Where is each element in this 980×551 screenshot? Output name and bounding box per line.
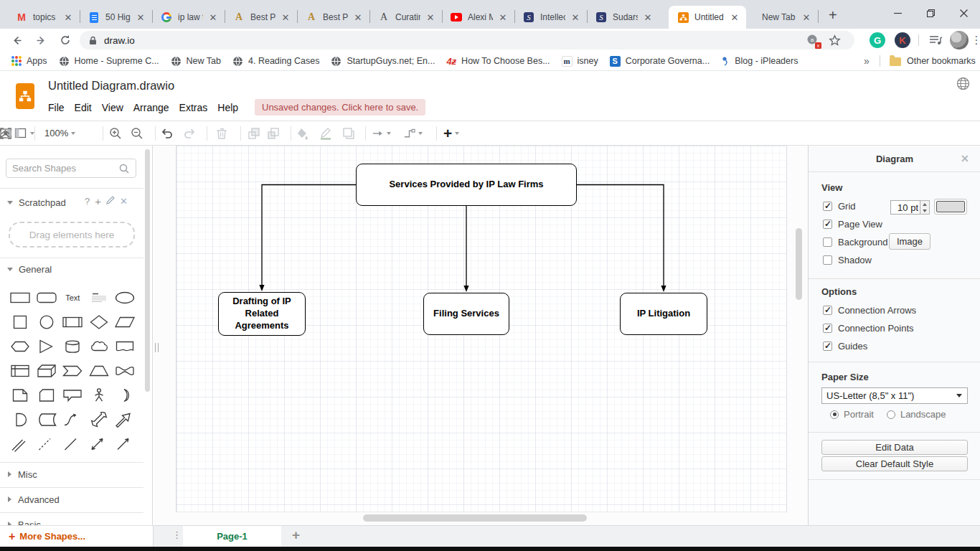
queue-extension-icon[interactable] (926, 31, 945, 50)
shape-line[interactable] (60, 432, 86, 456)
bookmark-how-to-choose-bes-[interactable]: 4ƶHow To Choose Bes... (446, 56, 550, 67)
shape-circle[interactable] (34, 310, 60, 334)
diagram-node-filing[interactable]: Filing Services (423, 293, 509, 335)
menu-file[interactable]: File (48, 102, 65, 113)
bookmark-star-icon[interactable] (825, 31, 844, 50)
portrait-radio[interactable] (830, 410, 839, 419)
page-view-menu[interactable] (14, 121, 34, 145)
close-window-button[interactable] (947, 0, 980, 26)
shape-curve[interactable] (60, 408, 86, 432)
diagram-node-drafting[interactable]: Drafting of IP Related Agreements (218, 292, 306, 336)
bookmark-startupguys-net-en-[interactable]: StartupGuys.net; En... (331, 56, 435, 67)
chrome-menu-icon[interactable]: ⋮ (967, 31, 980, 50)
grammarly-extension-icon[interactable]: G (868, 31, 887, 50)
tab-close-icon[interactable]: ✕ (425, 12, 436, 23)
scratchpad-add-icon[interactable]: + (95, 195, 101, 207)
menu-edit[interactable]: Edit (75, 102, 92, 113)
browser-tab-curatin[interactable]: ACuratin✕ (369, 6, 442, 29)
shape-link[interactable] (7, 432, 34, 456)
shape-cube[interactable] (34, 359, 60, 383)
shadow-checkbox[interactable] (823, 255, 832, 265)
zoom-level-dropdown[interactable]: 100% (44, 121, 75, 145)
sidebar-scrollbar[interactable] (144, 147, 151, 524)
browser-tab-topics-i[interactable]: Mtopics i✕ (7, 6, 80, 29)
grid-size-input[interactable] (890, 200, 920, 215)
menu-help[interactable]: Help (217, 102, 238, 113)
shape-ellipse[interactable] (112, 286, 138, 310)
shape-data-storage[interactable] (34, 408, 60, 432)
bookmarks-overflow-chevron[interactable]: » (864, 55, 870, 67)
browser-tab-sudars[interactable]: SSudars✕ (587, 6, 659, 29)
edit-data-button[interactable]: Edit Data (821, 440, 968, 455)
browser-tab-intellec[interactable]: SIntellec✕ (514, 6, 587, 29)
browser-tab-best-pu[interactable]: ABest Pu✕ (297, 6, 369, 29)
browser-tab-ip-law-f[interactable]: ip law f✕ (152, 6, 225, 29)
menu-arrange[interactable]: Arrange (133, 102, 169, 113)
shape-diamond[interactable] (86, 310, 113, 334)
pages-menu-icon[interactable]: ⋮ (172, 529, 182, 540)
more-shapes-button[interactable]: + More Shapes... (0, 525, 154, 547)
browser-tab-50-high[interactable]: 50 High✕ (80, 6, 152, 29)
menu-view[interactable]: View (102, 102, 123, 113)
shape-document[interactable] (112, 334, 138, 359)
image-button[interactable]: Image (889, 233, 930, 250)
shape-process[interactable] (60, 310, 86, 334)
diagram-canvas[interactable]: Services Provided by IP Law FirmsDraftin… (154, 146, 808, 525)
section-general[interactable]: General (0, 262, 143, 276)
unsaved-changes-banner[interactable]: Unsaved changes. Click here to save. (255, 99, 425, 116)
spinner-down-icon[interactable] (920, 207, 929, 214)
restore-button[interactable] (914, 0, 947, 26)
tab-close-icon[interactable]: ✕ (642, 12, 654, 23)
tab-close-icon[interactable]: ✕ (801, 12, 812, 23)
grid-checkbox-row[interactable]: Grid (823, 201, 856, 212)
shape-bidirectional-connector[interactable] (86, 432, 113, 456)
tab-close-icon[interactable]: ✕ (280, 12, 291, 23)
tab-close-icon[interactable]: ✕ (570, 12, 581, 23)
landscape-radio[interactable] (887, 410, 895, 419)
scratchpad-close-icon[interactable]: ✕ (120, 196, 128, 207)
browser-tab-untitled[interactable]: Untitled✕ (669, 6, 746, 29)
spinner-up-icon[interactable] (920, 201, 929, 207)
shadow-row[interactable]: Shadow (823, 255, 872, 265)
canvas-vertical-scrollbar[interactable] (796, 228, 802, 300)
redo-button[interactable] (183, 121, 196, 145)
address-bar[interactable]: draw.io (80, 31, 854, 50)
paper-size-select[interactable]: US-Letter (8,5" x 11") (821, 387, 968, 404)
diagram-node-litigation[interactable]: IP Litigation (620, 293, 707, 335)
page-view-row[interactable]: Page View (823, 219, 882, 230)
language-globe-icon[interactable] (956, 77, 970, 93)
tab-close-icon[interactable]: ✕ (62, 12, 74, 23)
grid-size-spinner[interactable] (920, 200, 930, 215)
fill-color-button[interactable] (296, 121, 309, 145)
browser-tab-new-tab[interactable]: New Tab✕ (748, 6, 818, 29)
shape-rounded-rectangle[interactable] (34, 286, 60, 310)
delete-button[interactable] (215, 121, 228, 145)
shape-hexagon[interactable] (7, 334, 34, 359)
shape-bidirectional-arrow[interactable] (86, 408, 113, 432)
shape-parallelogram[interactable] (112, 310, 138, 334)
grid-color-swatch[interactable] (934, 199, 967, 215)
connection-style-dropdown[interactable] (372, 121, 391, 145)
shadow-button[interactable] (342, 121, 355, 145)
shape-rectangle[interactable] (7, 286, 34, 310)
scratchpad-dropzone[interactable]: Drag elements here (9, 222, 135, 248)
shape-textbox[interactable] (86, 286, 113, 310)
profile-avatar[interactable] (950, 31, 969, 50)
bookmark-blog-ipleaders[interactable]: Blog - iPleaders (721, 56, 798, 66)
tab-close-icon[interactable]: ✕ (352, 12, 364, 23)
insert-dropdown[interactable]: + (443, 121, 459, 145)
panel-close-icon[interactable]: ✕ (961, 153, 969, 164)
minimize-button[interactable] (881, 0, 914, 26)
menu-extras[interactable]: Extras (179, 102, 208, 113)
shape-search[interactable] (6, 159, 136, 178)
k-extension-icon[interactable]: K (893, 31, 912, 50)
bookmark-apps[interactable]: Apps (11, 56, 47, 66)
back-button[interactable] (7, 31, 26, 50)
clear-default-style-button[interactable]: Clear Default Style (821, 456, 968, 471)
browser-tab-best-pu[interactable]: ABest Pu✕ (225, 6, 297, 29)
shape-step[interactable] (60, 359, 86, 383)
tab-close-icon[interactable]: ✕ (729, 12, 740, 23)
tab-close-icon[interactable]: ✕ (497, 12, 509, 23)
sidebar-resize-handle[interactable] (155, 343, 159, 352)
refresh-button[interactable] (56, 31, 75, 50)
